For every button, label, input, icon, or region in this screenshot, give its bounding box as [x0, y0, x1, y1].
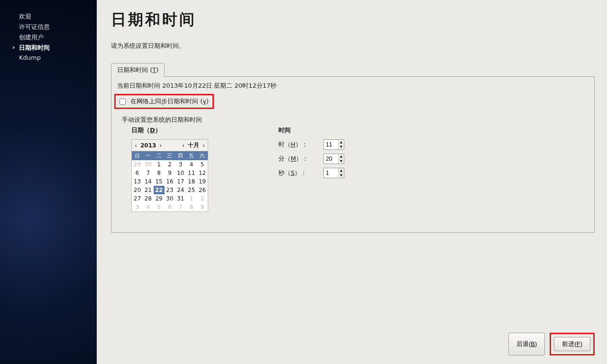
calendar-day[interactable]: 18: [186, 177, 197, 186]
sidebar-item-datetime[interactable]: 日期和时间: [0, 43, 97, 53]
page-subtitle: 请为系统设置日期和时间。: [111, 42, 595, 50]
sync-label-prefix: 在网络上同步日期和时间 (: [130, 98, 202, 105]
date-heading-prefix: 日期（: [131, 127, 150, 134]
sync-over-network-label[interactable]: 在网络上同步日期和时间 (y): [120, 98, 209, 105]
sync-label-key: y: [202, 98, 206, 105]
calendar-day[interactable]: 6: [132, 169, 143, 177]
calendar-day[interactable]: 29: [132, 160, 143, 169]
calendar-day[interactable]: 17: [175, 177, 186, 186]
calendar-day[interactable]: 27: [132, 194, 143, 203]
calendar-day[interactable]: 14: [143, 177, 154, 186]
calendar-day[interactable]: 22: [154, 186, 165, 194]
calendar-day[interactable]: 16: [165, 177, 175, 186]
sidebar-item-license[interactable]: 许可证信息: [0, 22, 97, 32]
weekday-header: 六: [197, 151, 208, 160]
calendar-day[interactable]: 28: [143, 194, 154, 203]
back-suffix: ): [535, 340, 537, 347]
calendar-day[interactable]: 6: [165, 203, 175, 211]
calendar-day[interactable]: 2: [197, 194, 208, 203]
sidebar-item-welcome[interactable]: 欢迎: [0, 11, 97, 22]
sync-over-network-row: 在网络上同步日期和时间 (y): [114, 94, 214, 109]
calendar-grid: 日一二三四五六 29301234567891011121314151617181…: [132, 151, 208, 211]
sync-over-network-checkbox[interactable]: [120, 99, 126, 105]
calendar-day[interactable]: 1: [186, 194, 197, 203]
date-heading-key: D: [150, 127, 155, 134]
calendar-day[interactable]: 7: [175, 203, 186, 211]
back-button[interactable]: 后退(B): [508, 333, 545, 355]
hour-spinner[interactable]: ▲▼: [323, 139, 344, 150]
main-content: 日期和时间 请为系统设置日期和时间。 日期和时间 (T) 当前日期和时间 201…: [97, 0, 607, 364]
calendar-day[interactable]: 26: [197, 186, 208, 194]
minute-down-icon[interactable]: ▼: [339, 159, 344, 164]
hour-down-icon[interactable]: ▼: [339, 145, 344, 149]
calendar-day[interactable]: 8: [186, 203, 197, 211]
calendar-day[interactable]: 31: [175, 194, 186, 203]
minute-row: 分（M）：▲▼: [278, 154, 344, 164]
forward-key: F: [577, 340, 580, 347]
calendar-day[interactable]: 11: [186, 169, 197, 177]
calendar-day[interactable]: 20: [132, 186, 143, 194]
hour-label: 时（H）：: [278, 140, 319, 149]
weekday-header: 五: [186, 151, 197, 160]
page-title: 日期和时间: [111, 9, 595, 30]
calendar-day[interactable]: 23: [165, 186, 175, 194]
weekday-header: 二: [154, 151, 165, 160]
calendar-day[interactable]: 24: [175, 186, 186, 194]
calendar-day[interactable]: 12: [197, 169, 208, 177]
calendar-day[interactable]: 15: [154, 177, 165, 186]
calendar-day[interactable]: 3: [175, 160, 186, 169]
year-next-icon[interactable]: ›: [158, 142, 163, 149]
month-prev-icon[interactable]: ‹: [181, 142, 185, 149]
date-heading: 日期（D）: [131, 126, 217, 135]
calendar-day[interactable]: 5: [197, 160, 208, 169]
tab-label-prefix: 日期和时间 (: [117, 66, 152, 73]
minute-label: 分（M）：: [278, 155, 319, 163]
second-up-icon[interactable]: ▲: [339, 168, 344, 173]
calendar-day[interactable]: 25: [186, 186, 197, 194]
manual-datetime-label: 手动设置您系统的日期和时间: [122, 116, 589, 124]
sync-label-suffix: ): [206, 98, 209, 105]
calendar-day[interactable]: 8: [154, 169, 165, 177]
minute-up-icon[interactable]: ▲: [339, 154, 344, 159]
calendar: ‹ 2013 › ‹ 十月 › 日一二三四五六: [131, 139, 208, 212]
sidebar-item-create-user[interactable]: 创建用户: [0, 32, 97, 43]
sidebar-item-kdump[interactable]: Kdump: [0, 53, 97, 62]
time-heading: 时间: [278, 126, 344, 135]
calendar-day[interactable]: 2: [165, 160, 175, 169]
calendar-day[interactable]: 13: [132, 177, 143, 186]
calendar-year: 2013: [140, 142, 156, 149]
hour-up-icon[interactable]: ▲: [339, 140, 344, 145]
calendar-day[interactable]: 7: [143, 169, 154, 177]
calendar-day[interactable]: 9: [197, 203, 208, 211]
calendar-day[interactable]: 9: [165, 169, 175, 177]
calendar-day[interactable]: 29: [154, 194, 165, 203]
year-prev-icon[interactable]: ‹: [134, 142, 138, 149]
calendar-day[interactable]: 3: [132, 203, 143, 211]
back-prefix: 后退(: [516, 340, 531, 347]
month-next-icon[interactable]: ›: [202, 142, 206, 149]
hour-input[interactable]: [324, 140, 338, 149]
forward-button-highlight: 前进(F): [550, 333, 595, 355]
calendar-day[interactable]: 1: [154, 160, 165, 169]
back-key: B: [531, 340, 535, 347]
forward-button[interactable]: 前进(F): [554, 337, 590, 351]
calendar-day[interactable]: 21: [143, 186, 154, 194]
weekday-header: 四: [175, 151, 186, 160]
calendar-day[interactable]: 4: [186, 160, 197, 169]
second-spinner[interactable]: ▲▼: [323, 168, 344, 178]
calendar-day[interactable]: 10: [175, 169, 186, 177]
second-down-icon[interactable]: ▼: [339, 173, 344, 178]
calendar-day[interactable]: 30: [165, 194, 175, 203]
minute-input[interactable]: [324, 154, 338, 164]
calendar-day[interactable]: 5: [154, 203, 165, 211]
calendar-day[interactable]: 30: [143, 160, 154, 169]
second-input[interactable]: [324, 168, 338, 178]
tab-label-suffix: ): [156, 66, 158, 73]
weekday-header: 一: [143, 151, 154, 160]
weekday-header: 日: [132, 151, 143, 160]
current-network-time: 当前日期和时间 2013年10月22日 星期二 20时12分17秒: [117, 82, 589, 90]
tab-datetime[interactable]: 日期和时间 (T): [111, 63, 165, 77]
minute-spinner[interactable]: ▲▼: [323, 154, 344, 164]
calendar-day[interactable]: 4: [143, 203, 154, 211]
calendar-day[interactable]: 19: [197, 177, 208, 186]
